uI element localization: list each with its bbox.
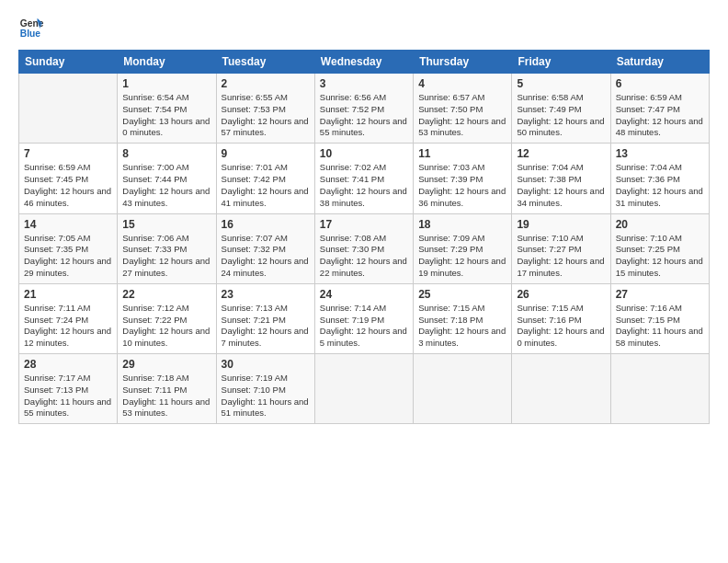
week-row: 7Sunrise: 6:59 AMSunset: 7:45 PMDaylight… [19,144,710,213]
day-info: Sunrise: 7:04 AMSunset: 7:36 PMDaylight:… [616,162,704,209]
day-info: Sunrise: 7:02 AMSunset: 7:41 PMDaylight:… [320,162,408,209]
day-info: Sunrise: 7:14 AMSunset: 7:19 PMDaylight:… [320,303,408,350]
logo: General Blue [18,15,44,40]
calendar-cell: 8Sunrise: 7:00 AMSunset: 7:44 PMDaylight… [118,144,216,213]
day-info: Sunrise: 7:00 AMSunset: 7:44 PMDaylight:… [122,162,210,209]
calendar-cell: 25Sunrise: 7:15 AMSunset: 7:18 PMDayligh… [414,283,512,353]
day-info: Sunrise: 6:57 AMSunset: 7:50 PMDaylight:… [418,92,506,139]
day-info: Sunrise: 7:06 AMSunset: 7:33 PMDaylight:… [122,233,210,280]
day-number: 17 [320,218,408,231]
day-number: 8 [122,147,210,160]
calendar-cell: 23Sunrise: 7:13 AMSunset: 7:21 PMDayligh… [216,283,314,353]
day-number: 30 [222,358,310,371]
calendar-cell: 26Sunrise: 7:15 AMSunset: 7:16 PMDayligh… [512,283,610,353]
calendar-cell: 3Sunrise: 6:56 AMSunset: 7:52 PMDaylight… [314,74,413,144]
day-info: Sunrise: 7:08 AMSunset: 7:30 PMDaylight:… [320,233,408,280]
weekday-header-tuesday: Tuesday [216,51,314,74]
svg-text:Blue: Blue [20,29,41,39]
day-info: Sunrise: 6:59 AMSunset: 7:45 PMDaylight:… [24,162,112,209]
day-info: Sunrise: 7:17 AMSunset: 7:13 PMDaylight:… [24,373,112,419]
calendar-cell: 10Sunrise: 7:02 AMSunset: 7:41 PMDayligh… [314,144,413,213]
day-info: Sunrise: 7:10 AMSunset: 7:27 PMDaylight:… [517,233,605,280]
day-info: Sunrise: 7:05 AMSunset: 7:35 PMDaylight:… [24,233,112,280]
calendar-cell: 29Sunrise: 7:18 AMSunset: 7:11 PMDayligh… [118,354,216,424]
day-number: 16 [222,218,310,231]
calendar-cell: 21Sunrise: 7:11 AMSunset: 7:24 PMDayligh… [19,283,118,353]
day-info: Sunrise: 7:01 AMSunset: 7:42 PMDaylight:… [222,162,310,209]
week-row: 14Sunrise: 7:05 AMSunset: 7:35 PMDayligh… [19,213,710,283]
day-info: Sunrise: 7:09 AMSunset: 7:29 PMDaylight:… [418,233,506,280]
day-info: Sunrise: 7:15 AMSunset: 7:16 PMDaylight:… [517,303,605,350]
day-number: 28 [24,358,112,371]
day-number: 13 [616,147,704,160]
day-number: 14 [24,218,112,231]
calendar-cell: 22Sunrise: 7:12 AMSunset: 7:22 PMDayligh… [118,283,216,353]
day-info: Sunrise: 7:13 AMSunset: 7:21 PMDaylight:… [222,303,310,350]
day-info: Sunrise: 7:12 AMSunset: 7:22 PMDaylight:… [122,303,210,350]
week-row: 1Sunrise: 6:54 AMSunset: 7:54 PMDaylight… [19,74,710,144]
calendar-cell: 17Sunrise: 7:08 AMSunset: 7:30 PMDayligh… [314,213,413,283]
page: General Blue SundayMondayTuesdayWednesda… [0,0,728,563]
day-info: Sunrise: 6:55 AMSunset: 7:53 PMDaylight:… [222,92,310,139]
weekday-header-sunday: Sunday [19,51,118,74]
calendar-cell: 19Sunrise: 7:10 AMSunset: 7:27 PMDayligh… [512,213,610,283]
calendar-cell: 20Sunrise: 7:10 AMSunset: 7:25 PMDayligh… [610,213,709,283]
week-row: 21Sunrise: 7:11 AMSunset: 7:24 PMDayligh… [19,283,710,353]
day-number: 2 [222,77,310,90]
day-number: 6 [616,77,704,90]
day-info: Sunrise: 7:03 AMSunset: 7:39 PMDaylight:… [418,162,506,209]
day-number: 24 [320,288,408,301]
calendar-cell: 16Sunrise: 7:07 AMSunset: 7:32 PMDayligh… [216,213,314,283]
day-info: Sunrise: 6:59 AMSunset: 7:47 PMDaylight:… [616,92,704,139]
day-number: 22 [122,288,210,301]
day-number: 5 [517,77,605,90]
calendar-cell: 11Sunrise: 7:03 AMSunset: 7:39 PMDayligh… [414,144,512,213]
calendar-cell [314,354,413,424]
day-info: Sunrise: 6:54 AMSunset: 7:54 PMDaylight:… [122,92,210,139]
day-info: Sunrise: 7:16 AMSunset: 7:15 PMDaylight:… [616,303,704,350]
day-number: 18 [418,218,506,231]
weekday-header-row: SundayMondayTuesdayWednesdayThursdayFrid… [19,51,710,74]
weekday-header-monday: Monday [118,51,216,74]
day-number: 25 [418,288,506,301]
day-info: Sunrise: 7:04 AMSunset: 7:38 PMDaylight:… [517,162,605,209]
day-number: 11 [418,147,506,160]
calendar-cell: 5Sunrise: 6:58 AMSunset: 7:49 PMDaylight… [512,74,610,144]
calendar-cell: 24Sunrise: 7:14 AMSunset: 7:19 PMDayligh… [314,283,413,353]
header: General Blue [18,15,710,40]
day-number: 23 [222,288,310,301]
weekday-header-wednesday: Wednesday [314,51,413,74]
day-info: Sunrise: 7:15 AMSunset: 7:18 PMDaylight:… [418,303,506,350]
calendar-cell: 2Sunrise: 6:55 AMSunset: 7:53 PMDaylight… [216,74,314,144]
day-number: 26 [517,288,605,301]
calendar-cell [19,74,118,144]
day-number: 3 [320,77,408,90]
day-info: Sunrise: 7:10 AMSunset: 7:25 PMDaylight:… [616,233,704,280]
day-number: 10 [320,147,408,160]
calendar-cell: 6Sunrise: 6:59 AMSunset: 7:47 PMDaylight… [610,74,709,144]
day-info: Sunrise: 6:58 AMSunset: 7:49 PMDaylight:… [517,92,605,139]
day-info: Sunrise: 7:19 AMSunset: 7:10 PMDaylight:… [222,373,310,419]
day-info: Sunrise: 7:11 AMSunset: 7:24 PMDaylight:… [24,303,112,350]
calendar-cell: 28Sunrise: 7:17 AMSunset: 7:13 PMDayligh… [19,354,118,424]
day-number: 15 [122,218,210,231]
weekday-header-friday: Friday [512,51,610,74]
calendar-cell: 12Sunrise: 7:04 AMSunset: 7:38 PMDayligh… [512,144,610,213]
day-info: Sunrise: 7:07 AMSunset: 7:32 PMDaylight:… [222,233,310,280]
calendar-cell: 9Sunrise: 7:01 AMSunset: 7:42 PMDaylight… [216,144,314,213]
day-number: 12 [517,147,605,160]
calendar-cell: 14Sunrise: 7:05 AMSunset: 7:35 PMDayligh… [19,213,118,283]
calendar-cell: 18Sunrise: 7:09 AMSunset: 7:29 PMDayligh… [414,213,512,283]
day-number: 7 [24,147,112,160]
day-number: 21 [24,288,112,301]
day-info: Sunrise: 7:18 AMSunset: 7:11 PMDaylight:… [122,373,210,419]
day-number: 9 [222,147,310,160]
calendar-cell: 15Sunrise: 7:06 AMSunset: 7:33 PMDayligh… [118,213,216,283]
calendar-cell [610,354,709,424]
calendar-cell: 27Sunrise: 7:16 AMSunset: 7:15 PMDayligh… [610,283,709,353]
calendar-cell [512,354,610,424]
weekday-header-thursday: Thursday [414,51,512,74]
day-number: 4 [418,77,506,90]
weekday-header-saturday: Saturday [610,51,709,74]
day-number: 20 [616,218,704,231]
